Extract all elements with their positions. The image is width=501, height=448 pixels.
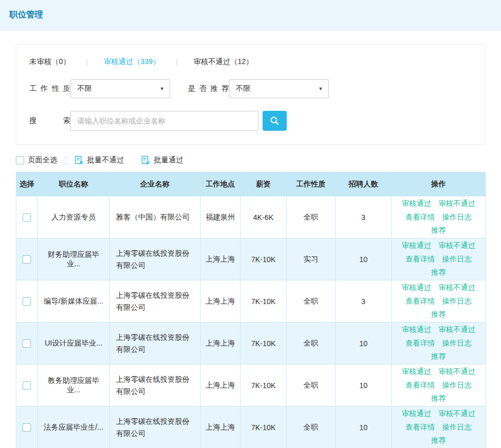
recommend-link[interactable]: 推荐 bbox=[431, 267, 446, 278]
tab-unreviewed[interactable]: 未审核（0） bbox=[29, 57, 70, 67]
view-detail-link[interactable]: 查看详情 bbox=[405, 212, 435, 223]
work-location: 上海上海 bbox=[201, 364, 241, 407]
operation-log-link[interactable]: 操作日志 bbox=[442, 254, 472, 265]
recommend-label: 是否推荐 bbox=[188, 84, 229, 93]
job-type: 实习 bbox=[287, 238, 336, 280]
recruit-count: 3 bbox=[336, 196, 392, 238]
view-detail-link[interactable]: 查看详情 bbox=[405, 422, 435, 433]
position-name: 编导/新媒体应届... bbox=[38, 280, 110, 322]
batch-reject-button[interactable]: 批量不通过 bbox=[74, 155, 124, 165]
row-actions: 审核通过 审核不通过 查看详情 操作日志 推荐 bbox=[396, 367, 481, 404]
recommend-link[interactable]: 推荐 bbox=[431, 351, 446, 362]
company-name: 上海零碳在线投资股份有限公司 bbox=[110, 238, 201, 280]
chevron-down-icon: ▼ bbox=[160, 87, 164, 91]
chevron-down-icon: ▼ bbox=[318, 87, 323, 91]
job-type: 全职 bbox=[287, 407, 336, 448]
operation-log-link[interactable]: 操作日志 bbox=[442, 422, 472, 433]
operation-log-link[interactable]: 操作日志 bbox=[442, 212, 472, 223]
tab-separator: | bbox=[176, 58, 178, 66]
top-bar: 职位管理 bbox=[0, 0, 501, 30]
recommend-link[interactable]: 推荐 bbox=[431, 435, 446, 446]
recommend-link[interactable]: 推荐 bbox=[431, 309, 446, 320]
job-type: 全职 bbox=[287, 364, 336, 407]
salary: 7K-10K bbox=[241, 407, 287, 448]
job-nature-label: 工作性质 bbox=[29, 84, 70, 93]
batch-approve-icon bbox=[141, 155, 150, 165]
batch-approve-button[interactable]: 批量通过 bbox=[141, 155, 183, 165]
col-header-actions: 操作 bbox=[392, 172, 486, 196]
approve-link[interactable]: 审核通过 bbox=[402, 199, 431, 209]
row-actions: 审核通过 审核不通过 查看详情 操作日志 推荐 bbox=[396, 283, 481, 320]
search-button[interactable] bbox=[263, 111, 287, 131]
job-type: 全职 bbox=[287, 280, 336, 322]
row-select-cell bbox=[16, 364, 38, 407]
job-nature-select[interactable]: 不限 ▼ bbox=[70, 79, 170, 98]
view-detail-link[interactable]: 查看详情 bbox=[405, 254, 435, 265]
row-checkbox[interactable] bbox=[23, 339, 31, 348]
approve-link[interactable]: 审核通过 bbox=[402, 241, 431, 251]
row-actions: 审核通过 审核不通过 查看详情 操作日志 推荐 bbox=[396, 241, 481, 278]
search-label: 搜索 bbox=[29, 116, 70, 126]
reject-link[interactable]: 审核不通过 bbox=[439, 283, 475, 293]
job-type: 全职 bbox=[287, 196, 336, 238]
operation-log-link[interactable]: 操作日志 bbox=[442, 338, 472, 349]
job-nature-value: 不限 bbox=[77, 84, 92, 93]
select-all[interactable]: 页面全选 bbox=[16, 155, 57, 165]
reject-link[interactable]: 审核不通过 bbox=[439, 409, 475, 419]
table-row: 教务助理应届毕业... 上海零碳在线投资股份有限公司 上海上海 7K-10K 全… bbox=[16, 364, 486, 407]
operation-log-link[interactable]: 操作日志 bbox=[442, 296, 472, 307]
position-name: 教务助理应届毕业... bbox=[38, 364, 110, 407]
recruit-count: 10 bbox=[336, 407, 392, 448]
recommend-select[interactable]: 不限 ▼ bbox=[229, 79, 329, 98]
table-row: 编导/新媒体应届... 上海零碳在线投资股份有限公司 上海上海 7K-10K 全… bbox=[16, 280, 486, 322]
view-detail-link[interactable]: 查看详情 bbox=[405, 338, 435, 349]
table-row: 财务助理应届毕业... 上海零碳在线投资股份有限公司 上海上海 7K-10K 实… bbox=[16, 238, 486, 280]
work-location: 上海上海 bbox=[201, 238, 241, 280]
search-input[interactable] bbox=[70, 111, 258, 131]
work-location: 上海上海 bbox=[201, 407, 241, 448]
select-all-label: 页面全选 bbox=[28, 155, 57, 165]
row-checkbox[interactable] bbox=[23, 381, 31, 390]
reject-link[interactable]: 审核不通过 bbox=[439, 367, 475, 377]
filter-panel: 未审核（0） | 审核通过（339） | 审核不通过（12） 工作性质 不限 ▼… bbox=[16, 44, 485, 145]
salary: 7K-10K bbox=[241, 238, 287, 280]
approve-link[interactable]: 审核通过 bbox=[402, 409, 431, 419]
tab-approved[interactable]: 审核通过（339） bbox=[103, 57, 160, 67]
row-select-cell bbox=[16, 196, 38, 238]
operation-log-link[interactable]: 操作日志 bbox=[442, 380, 472, 391]
row-checkbox[interactable] bbox=[23, 213, 31, 222]
salary: 7K-10K bbox=[241, 364, 287, 407]
work-location: 上海上海 bbox=[201, 280, 241, 322]
reject-link[interactable]: 审核不通过 bbox=[439, 199, 475, 209]
salary: 7K-10K bbox=[241, 280, 287, 322]
view-detail-link[interactable]: 查看详情 bbox=[405, 380, 435, 391]
table-row: 人力资源专员 雅客（中国）有限公司 福建泉州 4K-6K 全职 3 审核通过 审… bbox=[16, 196, 486, 238]
col-header-count: 招聘人数 bbox=[336, 172, 392, 196]
approve-link[interactable]: 审核通过 bbox=[402, 283, 431, 293]
view-detail-link[interactable]: 查看详情 bbox=[405, 296, 435, 307]
col-header-select: 选择 bbox=[16, 172, 38, 196]
row-actions: 审核通过 审核不通过 查看详情 操作日志 推荐 bbox=[396, 325, 481, 362]
reject-link[interactable]: 审核不通过 bbox=[439, 241, 475, 251]
recommend-link[interactable]: 推荐 bbox=[431, 393, 446, 404]
recommend-link[interactable]: 推荐 bbox=[431, 225, 446, 236]
approve-link[interactable]: 审核通过 bbox=[402, 367, 431, 377]
recommend-value: 不限 bbox=[236, 84, 250, 93]
company-name: 上海零碳在线投资股份有限公司 bbox=[110, 407, 201, 448]
row-select-cell bbox=[16, 280, 38, 322]
col-header-position: 职位名称 bbox=[38, 172, 110, 196]
row-checkbox[interactable] bbox=[23, 255, 31, 264]
tab-rejected[interactable]: 审核不通过（12） bbox=[193, 57, 253, 67]
work-location: 上海上海 bbox=[201, 322, 241, 364]
row-checkbox[interactable] bbox=[23, 423, 31, 432]
search-icon bbox=[269, 116, 280, 126]
recruit-count: 10 bbox=[336, 322, 392, 364]
select-all-checkbox[interactable] bbox=[16, 156, 24, 164]
row-actions-cell: 审核通过 审核不通过 查看详情 操作日志 推荐 bbox=[392, 364, 486, 407]
approve-link[interactable]: 审核通过 bbox=[402, 325, 431, 335]
row-checkbox[interactable] bbox=[23, 297, 31, 306]
reject-link[interactable]: 审核不通过 bbox=[439, 325, 475, 335]
recruit-count: 3 bbox=[336, 280, 392, 322]
col-header-location: 工作地点 bbox=[201, 172, 241, 196]
row-actions-cell: 审核通过 审核不通过 查看详情 操作日志 推荐 bbox=[392, 238, 486, 280]
